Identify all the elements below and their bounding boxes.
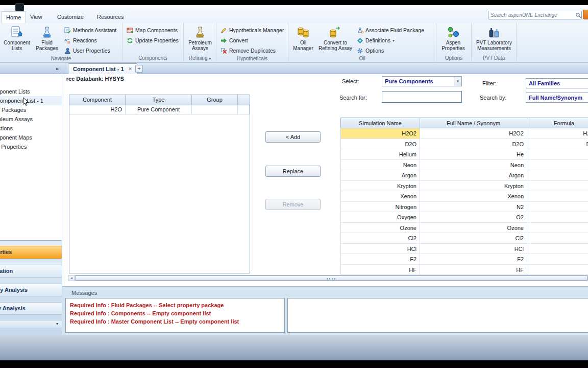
horizontal-scrollbar[interactable]: ◂ [68,275,588,281]
map-components-icon [127,27,133,34]
associate-fluid-package-icon [357,27,363,34]
nav-button-properties[interactable]: Properties [0,246,62,259]
search-by-label: Search by: [480,95,507,101]
definitions-label: Definitions [365,37,390,43]
cell-formula: HF [527,265,588,275]
cell-formula: He [527,149,588,159]
tree-item-reactions[interactable]: Reactions [0,124,62,133]
search-by-dropdown[interactable]: Full Name/Synonym [526,93,588,103]
replace-button[interactable]: Replace [265,166,321,177]
definitions-button[interactable]: Definitions ▾ [355,35,426,45]
nav-button-energy-analysis[interactable]: Energy Analysis [0,284,62,296]
cell-synonym: HCl [420,244,527,254]
tree-item-component-lists[interactable]: Component Lists [0,87,62,96]
ribbon-group-components: Map Components Update Properties Compone… [122,23,184,62]
search-for-input[interactable] [382,91,462,103]
table-row[interactable]: F2 F2 F2 [340,254,588,265]
app-window: Home View Customize Resources Component … [0,5,588,360]
cell-formula: Ar [527,170,588,180]
petroleum-assays-button[interactable]: Petroleum Assays [186,25,214,51]
pvt-laboratory-measurements-icon [487,26,501,39]
aspenone-search-box[interactable] [488,11,582,19]
table-row[interactable]: Nitrogen N2 N2 [340,202,588,213]
fluid-packages-label: Fluid Packages [33,40,61,51]
tab-view[interactable]: View [26,11,47,23]
oil-manager-button[interactable]: Oil Manager [290,25,316,51]
exchange-icon[interactable] [583,10,588,19]
tree-item-component-list-1[interactable]: Component List - 1 [0,96,62,105]
scrollbar-thumb[interactable] [75,275,587,281]
filter-dropdown[interactable]: All Families [526,78,588,88]
aspen-properties-button[interactable]: Aspen Properties [438,25,468,51]
table-row[interactable]: Oxygen O2 O2 [340,212,588,223]
table-row[interactable]: H2O Pure Component [69,105,250,114]
hypotheticals-manager-button[interactable]: Hypotheticals Manager [218,25,286,35]
new-tab-icon[interactable]: + [135,65,143,73]
table-row[interactable]: Ozone Ozone O3 [340,223,588,234]
table-row[interactable]: Neon Neon Ne [340,160,588,171]
oil-options-button[interactable]: Options [355,45,426,56]
ribbon-group-hypotheticals: Hypotheticals Manager Convert Remove Dup… [216,23,288,62]
cell-synonym: He [420,149,527,159]
add-button[interactable]: < Add [265,131,321,143]
table-row[interactable]: Argon Argon Ar [340,170,588,181]
refining-dropdown-icon[interactable]: ▾ [209,56,211,61]
table-row[interactable]: Cl2 Cl2 Cl2 [340,233,588,244]
filter-dropdown-value: All Families [526,80,588,86]
oil-options-label: Options [365,48,384,54]
fluid-packages-icon [40,26,54,39]
map-components-button[interactable]: Map Components [125,25,181,35]
tab-customize[interactable]: Customize [53,11,88,23]
convert-to-refining-assay-button[interactable]: Convert to Refining Assay [317,25,353,51]
nav-overflow-icon[interactable]: ▾ [0,320,62,328]
cell-formula: O2 [527,212,588,222]
oil-manager-label: Oil Manager [290,40,316,51]
table-row[interactable]: D2O D2O D2O [340,139,588,150]
table-row[interactable]: H2O2 H2O2 H2O2 [340,128,588,139]
methods-assistant-button[interactable]: Methods Assistant [62,25,118,35]
component-lists-button[interactable]: Component Lists [2,25,32,51]
remove-button[interactable]: Remove [265,199,321,210]
component-lists-label: Component Lists [2,40,32,51]
remove-duplicates-button[interactable]: Remove Duplicates [218,45,286,56]
nav-button-simulation[interactable]: Simulation [0,265,62,278]
tab-resources[interactable]: Resources [92,11,129,23]
document-tab-label: Component List - 1 [73,66,124,72]
cell-formula: Xe [527,191,588,201]
convert-button[interactable]: Convert [218,35,286,45]
message-line: Required Info : Master Component List --… [70,317,280,326]
ribbon-group-refining: Petroleum Assays Refining ▾ [184,23,216,62]
app-icon[interactable] [15,3,24,11]
close-icon[interactable]: × [129,66,132,72]
oil-manager-icon [297,26,310,39]
select-dropdown[interactable]: Pure Components ▾ [382,76,462,86]
map-components-label: Map Components [135,27,178,33]
navigation-tree: Component Lists Component List - 1 Fluid… [0,74,62,151]
cell-simulation-name: Ozone [341,223,420,233]
table-row[interactable]: HF HF HF [340,265,588,275]
table-row[interactable]: Krypton Krypton Kr [340,181,588,192]
aspenone-search-input[interactable] [488,12,575,18]
reactions-button[interactable]: AB Reactions [62,35,118,45]
nav-button-safety-analysis[interactable]: Safety Analysis [0,302,62,315]
pvt-laboratory-measurements-button[interactable]: PVT Laboratory Measurements [474,25,514,51]
associate-fluid-package-button[interactable]: Associate Fluid Package [355,25,426,35]
fluid-packages-button[interactable]: Fluid Packages [33,25,61,51]
table-row[interactable]: Helium He He [340,149,588,160]
tree-item-component-maps[interactable]: Component Maps [0,133,62,142]
table-row[interactable]: HCl HCl HCl [340,244,588,255]
petroleum-assays-icon [193,26,207,39]
tree-item-fluid-packages[interactable]: Fluid Packages [0,105,62,114]
user-properties-button[interactable]: User Properties [62,45,118,56]
ribbon: Component Lists Fluid Packages Methods A… [0,23,588,62]
update-properties-button[interactable]: Update Properties [125,35,181,45]
scroll-left-icon[interactable]: ◂ [68,275,75,281]
tree-item-petroleum-assays[interactable]: Petroleum Assays [0,114,62,124]
collapse-pane-icon[interactable]: « [53,64,61,73]
tab-home[interactable]: Home [1,11,26,23]
column-header-full-name-synonym: Full Name / Synonym [420,118,527,128]
table-row[interactable]: Xenon Xenon Xe [340,191,588,202]
tree-item-user-properties[interactable]: User Properties [0,142,62,151]
table-header-spacer [238,95,250,105]
document-tab-component-list-1[interactable]: Component List - 1 × [68,63,137,74]
